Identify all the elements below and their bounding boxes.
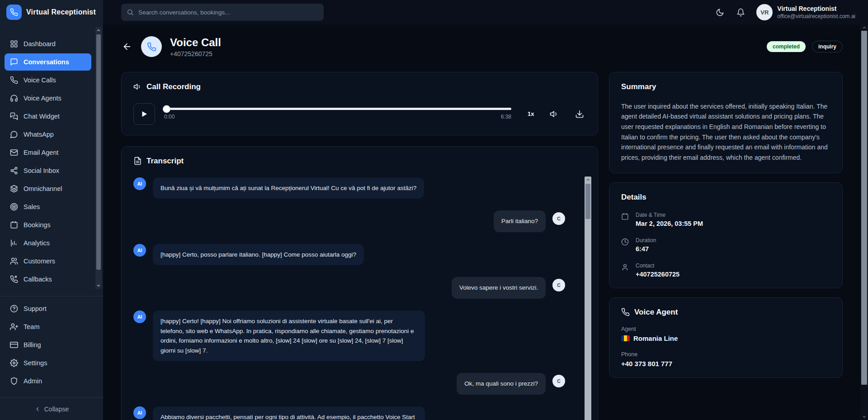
scroll-down-icon[interactable]: [862, 414, 867, 420]
detail-label: Date & Time: [636, 212, 703, 218]
sidebar-item-callbacks[interactable]: Callbacks: [5, 271, 91, 288]
total-time: 6:38: [501, 114, 511, 120]
agent-phone: +40 373 801 777: [621, 360, 830, 368]
sidebar-item-label: Email Agent: [24, 149, 58, 156]
gear-icon: [10, 359, 18, 367]
message-bubble: Bună ziua și vă mulțumim că ați sunat la…: [153, 177, 424, 199]
sidebar-item-label: Bookings: [24, 221, 51, 229]
collapse-label: Collapse: [44, 406, 69, 413]
detail-row-contact: Contact +40725260725: [621, 262, 830, 278]
sidebar-item-voice-calls[interactable]: Voice Calls: [5, 72, 91, 89]
sidebar-item-dashboard[interactable]: Dashboard: [5, 35, 91, 52]
phone-icon: [10, 76, 18, 84]
chat-widget-icon: [10, 112, 18, 120]
scroll-up-icon[interactable]: [862, 24, 867, 31]
dark-mode-toggle[interactable]: [715, 7, 725, 17]
sidebar-item-social-inbox[interactable]: Social Inbox: [5, 162, 91, 179]
notifications-button[interactable]: [736, 7, 745, 17]
user-email: office@virtualreceptionist.com.ai: [777, 13, 855, 19]
call-recording-card: Call Recording 0:00 6:38: [121, 72, 598, 135]
sidebar-item-email-agent[interactable]: Email Agent: [5, 144, 91, 161]
play-icon: [140, 110, 148, 118]
user-menu[interactable]: VR Virtual Receptionist office@virtualre…: [756, 4, 855, 20]
sidebar-item-omnichannel[interactable]: Omnichannel: [5, 180, 91, 197]
summary-title: Summary: [621, 82, 656, 91]
headphones-icon: [10, 94, 18, 102]
romania-flag-icon: [621, 335, 630, 341]
ai-avatar: AI: [133, 177, 146, 190]
sidebar-item-team[interactable]: Team: [5, 318, 91, 335]
transcript-title: Transcript: [146, 157, 184, 166]
sidebar-item-voice-agents[interactable]: Voice Agents: [5, 90, 91, 107]
sidebar-divider: [0, 296, 103, 296]
scrollbar-thumb[interactable]: [96, 34, 101, 270]
transcript-scrollbar[interactable]: [585, 177, 591, 420]
ai-avatar: AI: [133, 244, 146, 257]
download-recording-button[interactable]: [575, 109, 585, 119]
transcript-messages: AI Bună ziua și vă mulțumim că ați sunat…: [133, 177, 586, 420]
message-bubble: Volevo sapere i vostri servizi.: [452, 277, 546, 299]
shield-icon: [10, 377, 18, 385]
caller-avatar: C: [552, 212, 565, 225]
detail-value: 6:47: [636, 245, 656, 253]
seek-slider[interactable]: [164, 108, 511, 110]
volume-button[interactable]: [549, 109, 559, 119]
message-bubble: [happy] Certo! [happy] Noi offriamo solu…: [153, 310, 425, 361]
sidebar-item-label: Sales: [24, 203, 40, 210]
sidebar-item-conversations[interactable]: Conversations: [5, 53, 91, 71]
scroll-up-icon[interactable]: [586, 177, 590, 183]
transcript-card: Transcript AI Bună ziua și vă mulțumim c…: [121, 146, 598, 420]
phone-icon: [621, 308, 630, 316]
share-icon: [10, 167, 18, 175]
sidebar-scrollbar[interactable]: [95, 27, 102, 289]
seek-slider-thumb[interactable]: [163, 105, 170, 112]
scroll-up-icon[interactable]: [96, 27, 101, 33]
category-badge: inquiry: [812, 41, 843, 52]
back-button[interactable]: [121, 41, 133, 52]
sidebar-item-settings[interactable]: Settings: [5, 354, 91, 372]
help-icon: [10, 305, 18, 313]
recording-title: Call Recording: [146, 82, 201, 91]
sidebar-item-support[interactable]: Support: [5, 300, 91, 317]
sidebar-item-whatsapp[interactable]: WhatsApp: [5, 126, 91, 143]
sidebar-item-sales[interactable]: Sales: [5, 198, 91, 215]
summary-card: Summary The user inquired about the serv…: [609, 72, 843, 173]
sidebar-item-billing[interactable]: Billing: [5, 336, 91, 353]
sidebar-item-label: Support: [24, 305, 47, 312]
page-scrollbar[interactable]: [860, 24, 868, 420]
scrollbar-thumb[interactable]: [861, 31, 867, 385]
sidebar-item-label: Conversations: [24, 58, 69, 66]
playback-speed-button[interactable]: 1x: [528, 110, 534, 117]
transcript-message: C Ok, ma quali sono i prezzi?: [133, 373, 565, 395]
contact-icon: [621, 263, 629, 272]
sidebar-item-analytics[interactable]: Analytics: [5, 234, 91, 252]
agent-name: Romania Line: [633, 334, 678, 342]
bell-icon: [736, 8, 745, 17]
scroll-down-icon[interactable]: [96, 282, 101, 289]
callback-icon: [10, 275, 18, 283]
transcript-message: AI [happy] Certo! [happy] Noi offriamo s…: [133, 310, 565, 361]
avatar: VR: [756, 4, 773, 20]
search-placeholder: Search conversations, bookings...: [138, 9, 230, 16]
document-icon: [133, 157, 142, 165]
user-name: Virtual Receptionist: [777, 5, 855, 13]
detail-label: Duration: [636, 237, 656, 243]
sidebar-item-bookings[interactable]: Bookings: [5, 216, 91, 234]
conversations-icon: [10, 58, 18, 66]
search-input[interactable]: Search conversations, bookings...: [121, 4, 324, 21]
credit-card-icon: [10, 341, 18, 349]
agent-label: Agent: [621, 326, 830, 332]
dashboard-icon: [10, 40, 18, 48]
calendar-icon: [621, 213, 629, 221]
status-badge: completed: [767, 41, 806, 52]
sidebar-item-admin[interactable]: Admin: [5, 372, 91, 390]
sidebar-item-customers[interactable]: Customers: [5, 253, 91, 270]
collapse-sidebar-button[interactable]: Collapse: [0, 397, 103, 420]
message-bubble: Ok, ma quali sono i prezzi?: [457, 373, 546, 395]
sidebar-item-chat-widget[interactable]: Chat Widget: [5, 108, 91, 125]
sidebar-item-label: WhatsApp: [24, 131, 54, 138]
play-button[interactable]: [133, 103, 155, 125]
detail-row-datetime: Date & Time Mar 2, 2026, 03:55 PM: [621, 212, 830, 227]
sidebar-nav: Dashboard Conversations Voice Calls Voic…: [0, 24, 103, 291]
scrollbar-thumb[interactable]: [585, 184, 590, 219]
